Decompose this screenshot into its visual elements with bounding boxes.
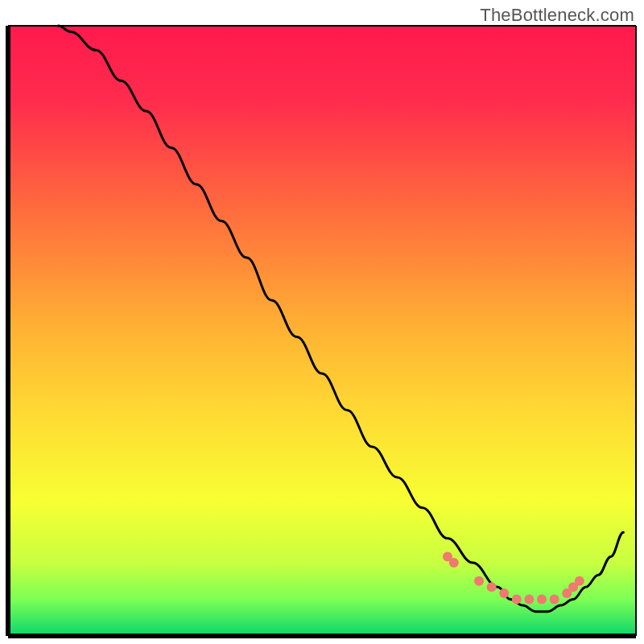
marker-dot xyxy=(524,595,534,605)
marker-dot xyxy=(512,595,522,605)
marker-dot xyxy=(474,576,484,586)
marker-dot xyxy=(499,588,509,598)
bottleneck-chart xyxy=(0,0,644,644)
marker-dot xyxy=(550,595,559,605)
marker-dot xyxy=(487,582,497,592)
plot-background xyxy=(8,26,636,636)
chart-frame: TheBottleneck.com xyxy=(0,0,644,644)
watermark-text: TheBottleneck.com xyxy=(480,5,634,26)
marker-dot xyxy=(575,576,584,586)
marker-dot xyxy=(449,558,459,568)
marker-dot xyxy=(537,595,547,605)
